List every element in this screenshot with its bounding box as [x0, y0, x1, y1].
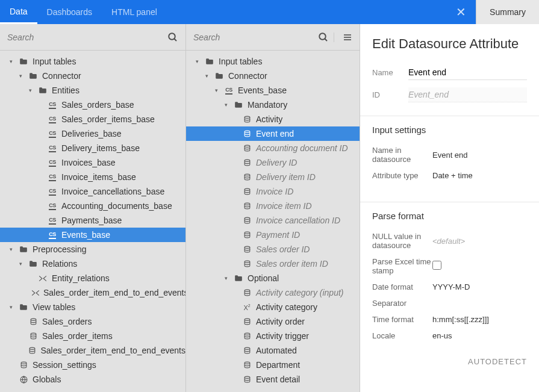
cs-icon: CS — [47, 173, 58, 181]
tree-item[interactable]: ▾Connector — [0, 69, 185, 83]
attr-type-value[interactable]: Date + time — [432, 171, 473, 180]
tree-item-label: Mandatory — [248, 100, 287, 110]
tree-item-label: Activity order — [256, 317, 305, 326]
tree-item[interactable]: Sales order ID — [186, 242, 360, 257]
tree-item[interactable]: Activity order — [186, 314, 360, 329]
null-value[interactable]: <default> — [432, 237, 465, 246]
tree-item[interactable]: Invoice cancellation ID — [186, 213, 360, 228]
name-field[interactable] — [408, 65, 527, 80]
name-in-ds-label: Name in datasource — [372, 146, 432, 164]
tree-item[interactable]: CSSales_orders_base — [0, 98, 185, 112]
svg-point-13 — [245, 131, 250, 132]
left-tree: ▾Input tables▾Connector▾EntitiesCSSales_… — [0, 51, 185, 392]
tree-item[interactable]: Automated — [186, 343, 360, 358]
tree-item[interactable]: Sales_orders — [0, 314, 185, 329]
tab-html-panel[interactable]: HTML panel — [102, 0, 167, 24]
tree-item[interactable]: ▾Optional — [186, 271, 360, 285]
tree-item[interactable]: Event detail — [186, 372, 360, 387]
tree-item-label: Accounting_documents_base — [61, 201, 172, 211]
tab-data[interactable]: Data — [0, 0, 37, 24]
tree-item[interactable]: Invoice ID — [186, 184, 360, 199]
search-bar-mid — [186, 24, 360, 51]
date-format-value[interactable]: YYYY-M-D — [432, 282, 470, 291]
excel-label: Parse Excel time stamp — [372, 257, 432, 275]
tree-item[interactable]: CSInvoice_items_base — [0, 170, 185, 184]
tree-item[interactable]: Activity trigger — [186, 329, 360, 343]
svg-point-12 — [245, 116, 250, 118]
tree-item[interactable]: Sales order item ID — [186, 257, 360, 271]
tree-item[interactable]: Globals — [0, 372, 185, 387]
tree-item[interactable]: Delivery ID — [186, 155, 360, 170]
excel-checkbox[interactable] — [432, 261, 441, 270]
tree-item[interactable]: Department — [186, 358, 360, 372]
tree-item[interactable]: Activity category (input) — [186, 285, 360, 300]
name-in-ds-value[interactable]: Event end — [432, 151, 468, 160]
separator-label: Separator — [372, 299, 432, 308]
tree-item[interactable]: ▾Relations — [0, 257, 185, 271]
tree-item[interactable]: Activity — [186, 112, 360, 126]
tree-item[interactable]: Event end — [186, 126, 360, 141]
tree-item[interactable]: CSInvoices_base — [0, 155, 185, 170]
tree-item[interactable]: CSDeliveries_base — [0, 126, 185, 141]
database-icon — [28, 332, 39, 340]
tree-item[interactable]: Delivery item ID — [186, 170, 360, 184]
folder-icon — [204, 58, 215, 65]
tree-item[interactable]: ▾View tables — [0, 300, 185, 314]
folder-icon — [233, 101, 244, 108]
tree-item-label: Sales_order_item_end_to_end_events_base — [43, 288, 185, 297]
search-icon[interactable] — [318, 32, 329, 43]
tree-item[interactable]: CSAccounting_documents_base — [0, 199, 185, 213]
tab-dashboards[interactable]: Dashboards — [37, 0, 102, 24]
tree-item[interactable]: Payment ID — [186, 228, 360, 242]
tree-item[interactable]: CSInvoice_cancellations_base — [0, 184, 185, 199]
database-icon — [241, 231, 252, 239]
tree-item[interactable]: CSDelivery_items_base — [0, 141, 185, 155]
tree-item[interactable]: ▾Preprocessing — [0, 242, 185, 257]
tree-item-label: Activity — [256, 114, 282, 124]
cs-icon: CS — [47, 188, 58, 196]
tab-summary[interactable]: Summary — [476, 0, 539, 24]
tree-item[interactable]: ▾Entities — [0, 83, 185, 98]
tree-item[interactable]: ▾Input tables — [0, 54, 185, 69]
database-icon — [241, 188, 252, 196]
tree-item[interactable]: CSSales_order_items_base — [0, 112, 185, 126]
tree-item-label: Optional — [248, 273, 279, 283]
tree-item[interactable]: Accounting document ID — [186, 141, 360, 155]
locale-value[interactable]: en-us — [432, 331, 452, 340]
database-icon — [27, 347, 37, 355]
svg-point-24 — [245, 319, 250, 320]
tree-item[interactable]: ▾Mandatory — [186, 98, 360, 112]
tree-item-label: Automated — [256, 346, 297, 355]
tree-item[interactable]: ▾Connector — [186, 69, 360, 83]
mid-pane: ▾Input tables▾Connector▾CSEvents_base▾Ma… — [186, 24, 360, 392]
database-icon — [241, 130, 252, 138]
tree-item[interactable]: Invoice item ID — [186, 199, 360, 213]
tree-item[interactable]: CSEvents_base — [0, 228, 185, 242]
tree-item[interactable]: Session_settings — [0, 358, 185, 372]
search-input-mid[interactable] — [193, 33, 313, 42]
tree-item-label: Payments_base — [61, 216, 122, 225]
tree-item[interactable]: Sales_order_item_end_to_end_events_base — [0, 285, 185, 300]
search-icon[interactable] — [167, 32, 178, 43]
tree-item[interactable]: Entity_relations — [0, 271, 185, 285]
tree-item[interactable]: X2Activity category — [186, 300, 360, 314]
edit-panel: Edit Datasource Attribute Name ID Input … — [360, 24, 539, 392]
tree-item[interactable]: CSPayments_base — [0, 213, 185, 228]
time-format-value[interactable]: h:mm[:ss[[.zzz]]] — [432, 315, 489, 324]
menu-icon[interactable] — [334, 33, 352, 42]
tree-item-label: Input tables — [33, 57, 76, 66]
database-icon — [241, 318, 252, 326]
svg-point-18 — [245, 203, 250, 205]
close-icon[interactable]: ✕ — [446, 0, 476, 24]
svg-point-14 — [245, 145, 250, 147]
tree-item[interactable]: Sales_order_item_end_to_end_events — [0, 343, 185, 358]
autodetect-button[interactable]: AUTODETECT — [360, 352, 539, 371]
folder-icon — [18, 246, 29, 253]
cs-icon: CS — [47, 202, 58, 210]
tree-item[interactable]: ▾Input tables — [186, 54, 360, 69]
database-icon — [18, 361, 29, 369]
tree-item[interactable]: ▾CSEvents_base — [186, 83, 360, 98]
search-input-left[interactable] — [7, 33, 163, 42]
tree-item[interactable]: Sales_order_items — [0, 329, 185, 343]
folder-icon — [28, 260, 39, 267]
